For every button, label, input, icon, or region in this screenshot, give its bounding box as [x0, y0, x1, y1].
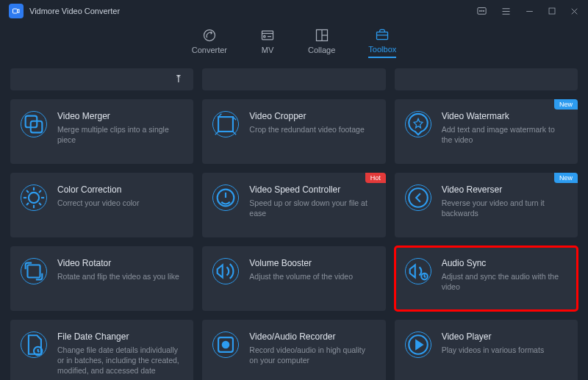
tool-title: Color Correction — [57, 184, 183, 195]
tab-label: Collage — [308, 46, 335, 54]
tool-card-audio-sync[interactable]: Audio SyncAdjust and sync the audio with… — [395, 246, 578, 311]
converter-icon — [202, 28, 217, 43]
svg-marker-40 — [416, 340, 423, 348]
tool-icon — [405, 331, 431, 358]
hot-badge: Hot — [365, 173, 386, 183]
tool-card-video-player[interactable]: Video PlayerPlay videos in various forma… — [395, 320, 578, 380]
tool-desc: Reverse your video and turn it backwards — [442, 198, 567, 218]
tool-desc: Crop the redundant video footage — [249, 124, 375, 135]
tool-title: Video Speed Controller — [249, 184, 375, 195]
toolbox-content: ⤒Video MergerMerge multiple clips into a… — [0, 62, 588, 380]
tool-card-video-rotator[interactable]: Video RotatorRotate and flip the video a… — [10, 246, 193, 311]
toolbox-icon — [375, 27, 390, 42]
tool-desc: Play videos in various formats — [442, 345, 567, 355]
tool-icon — [405, 111, 431, 137]
tool-desc: Adjust the volume of the video — [249, 271, 375, 282]
feedback-icon[interactable] — [476, 6, 487, 17]
main-tabs: Converter MV Collage Toolbox — [0, 22, 588, 62]
tool-desc: Rotate and flip the video as you like — [57, 271, 183, 282]
tool-icon — [212, 331, 239, 358]
tool-icon — [212, 111, 239, 137]
tool-body: Color CorrectionCorrect your video color — [57, 184, 183, 208]
tool-icon — [21, 258, 47, 284]
tool-icon — [212, 184, 239, 211]
tool-icon — [21, 111, 47, 137]
tool-body: Audio SyncAdjust and sync the audio with… — [442, 258, 567, 292]
tool-body: Video Speed ControllerSpeed up or slow d… — [249, 184, 375, 218]
svg-point-2 — [479, 10, 480, 11]
tool-body: File Date ChangerChange file date detail… — [57, 331, 183, 376]
tool-title: Video Merger — [57, 111, 183, 121]
tool-card-video-reverser[interactable]: Video ReverserReverse your video and tur… — [395, 173, 578, 237]
tool-desc: Adjust and sync the audio with the video — [442, 271, 567, 292]
tool-body: Video WatermarkAdd text and image waterm… — [442, 111, 567, 145]
tool-title: Video/Audio Recorder — [249, 331, 375, 342]
tool-card-video-audio-recorder[interactable]: Video/Audio RecorderRecord video/audio i… — [202, 320, 385, 380]
svg-point-3 — [481, 10, 482, 11]
svg-line-29 — [39, 203, 41, 205]
tool-title: Volume Booster — [249, 258, 375, 268]
tab-label: MV — [262, 46, 274, 54]
window-controls — [476, 6, 579, 17]
tool-desc: Add text and image watermark to the vide… — [442, 124, 567, 145]
tab-mv[interactable]: MV — [260, 28, 275, 57]
new-badge: New — [554, 99, 578, 110]
svg-rect-34 — [28, 265, 40, 278]
tool-card-color-correction[interactable]: Color CorrectionCorrect your video color — [10, 173, 193, 237]
svg-point-38 — [223, 342, 229, 348]
app-title: Vidmore Video Converter — [29, 7, 120, 15]
tool-body: Video CropperCrop the redundant video fo… — [249, 111, 375, 135]
tool-title: Video Watermark — [442, 111, 567, 121]
tool-title: Audio Sync — [442, 258, 567, 268]
new-badge: New — [554, 173, 578, 183]
tool-icon — [212, 258, 239, 284]
tool-card-volume-booster[interactable]: Volume BoosterAdjust the volume of the v… — [202, 246, 385, 311]
tool-icon — [405, 184, 431, 211]
svg-line-31 — [39, 190, 41, 193]
svg-point-4 — [483, 10, 484, 11]
tool-body: Video ReverserReverse your video and tur… — [442, 184, 567, 218]
tool-card-file-date-changer[interactable]: File Date ChangerChange file date detail… — [10, 320, 193, 380]
svg-rect-13 — [262, 31, 273, 40]
minimize-icon[interactable] — [525, 7, 534, 16]
tool-card-video-merger[interactable]: Video MergerMerge multiple clips into a … — [10, 99, 193, 164]
tool-desc: Record video/audio in high quality on yo… — [249, 345, 375, 365]
app-logo — [9, 4, 24, 18]
tool-desc: Correct your video color — [57, 198, 183, 208]
tool-body: Video RotatorRotate and flip the video a… — [57, 258, 183, 282]
tab-label: Toolbox — [368, 45, 396, 54]
collage-icon — [315, 28, 329, 43]
svg-point-33 — [409, 188, 428, 207]
tool-body: Volume BoosterAdjust the volume of the v… — [249, 258, 375, 282]
tool-desc: Speed up or slow down your file at ease — [249, 198, 375, 218]
close-icon[interactable] — [570, 7, 579, 16]
tool-title: Video Rotator — [57, 258, 183, 268]
collapse-up-icon[interactable]: ⤒ — [174, 73, 183, 85]
menu-icon[interactable] — [501, 6, 512, 17]
tool-title: Video Cropper — [249, 111, 375, 121]
tab-label: Converter — [192, 46, 227, 54]
svg-rect-18 — [377, 32, 388, 39]
tool-desc: Merge multiple clips into a single piece — [57, 124, 183, 145]
titlebar: Vidmore Video Converter — [0, 0, 588, 22]
tool-card-partial[interactable] — [395, 68, 578, 90]
tool-icon — [21, 184, 47, 211]
svg-line-28 — [26, 190, 29, 193]
tool-card-video-speed-controller[interactable]: Video Speed ControllerSpeed up or slow d… — [202, 173, 385, 237]
tool-card-partial[interactable]: ⤒ — [10, 68, 193, 90]
tool-desc: Change file date details individually or… — [57, 345, 183, 376]
svg-line-30 — [26, 203, 29, 205]
tab-collage[interactable]: Collage — [308, 28, 335, 57]
tool-body: Video/Audio RecorderRecord video/audio i… — [249, 331, 375, 365]
tool-card-video-cropper[interactable]: Video CropperCrop the redundant video fo… — [202, 99, 385, 164]
maximize-icon[interactable] — [548, 7, 556, 15]
svg-point-23 — [29, 193, 39, 203]
tool-card-video-watermark[interactable]: Video WatermarkAdd text and image waterm… — [395, 99, 578, 164]
tool-card-partial[interactable] — [202, 68, 385, 90]
tab-converter[interactable]: Converter — [192, 28, 227, 57]
svg-rect-0 — [13, 9, 18, 13]
tab-toolbox[interactable]: Toolbox — [368, 27, 396, 58]
svg-rect-22 — [218, 117, 233, 132]
svg-rect-9 — [549, 8, 555, 14]
tool-body: Video MergerMerge multiple clips into a … — [57, 111, 183, 145]
